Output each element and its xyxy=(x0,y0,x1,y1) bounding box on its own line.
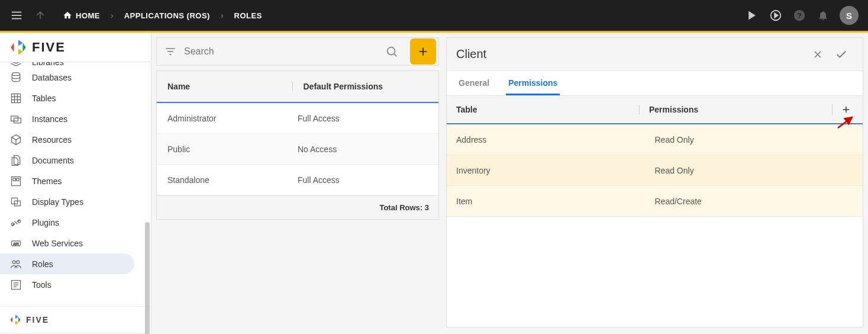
sidebar-item-web-services[interactable]: APIWeb Services xyxy=(0,233,134,253)
roles-panel: Name Default Permissions AdministratorFu… xyxy=(156,70,439,220)
svg-point-29 xyxy=(12,261,15,264)
breadcrumb-roles[interactable]: ROLES xyxy=(228,8,268,24)
svg-line-43 xyxy=(394,54,396,56)
add-permission-button[interactable] xyxy=(832,104,853,115)
add-role-button[interactable] xyxy=(410,38,436,65)
table-row[interactable]: AdministratorFull Access xyxy=(157,103,438,134)
sidebar-item-label: Resources xyxy=(32,135,72,144)
detail-title: Client xyxy=(456,47,486,61)
sidebar-footer: FIVE xyxy=(0,306,151,332)
bell-icon[interactable] xyxy=(811,4,835,27)
detail-header: Client xyxy=(447,38,863,71)
monitors-icon xyxy=(9,113,22,125)
sidebar-item-label: Documents xyxy=(32,156,74,165)
sidebar-item-tables[interactable]: Tables xyxy=(0,88,134,108)
svg-point-14 xyxy=(12,72,20,75)
svg-rect-15 xyxy=(12,94,21,102)
permissions-table-header: Table Permissions xyxy=(447,96,863,124)
svg-marker-9 xyxy=(18,40,23,46)
swatch-icon xyxy=(9,175,22,187)
sidebar-item-plugins[interactable]: Plugins xyxy=(0,212,134,233)
sidebar-item-resources[interactable]: Resources xyxy=(0,129,134,150)
permission-row[interactable]: AddressRead Only xyxy=(447,124,863,155)
sidebar-item-documents[interactable]: Documents xyxy=(0,150,134,171)
brand-logo-icon xyxy=(9,38,27,56)
search-icon[interactable] xyxy=(378,45,405,58)
api-icon: API xyxy=(9,237,22,249)
sidebar-item-tools[interactable]: Tools xyxy=(0,274,134,295)
sidebar-item-label: Tables xyxy=(32,94,56,103)
chevron-right-icon: › xyxy=(218,11,226,20)
svg-rect-23 xyxy=(13,178,15,181)
cell-table: Address xyxy=(456,135,655,144)
cell-perm: Full Access xyxy=(298,114,428,123)
sidebar-item-label: Web Services xyxy=(32,239,83,248)
svg-marker-35 xyxy=(15,314,18,319)
brand: FIVE xyxy=(0,33,151,62)
breadcrumb: HOME › APPLICATIONS (ROS) › ROLES xyxy=(57,7,268,24)
cell-name: Standalone xyxy=(167,175,298,185)
sidebar-item-themes[interactable]: Themes xyxy=(0,171,134,191)
grid-icon xyxy=(9,92,22,104)
plug-icon xyxy=(9,217,22,229)
tools-icon xyxy=(9,279,22,291)
topbar: HOME › APPLICATIONS (ROS) › ROLES ? S xyxy=(0,0,868,33)
search-input[interactable] xyxy=(184,46,378,57)
sidebar-item-label: Display Types xyxy=(32,197,83,207)
close-icon[interactable] xyxy=(806,49,830,60)
roles-footer: Total Rows: 3 xyxy=(157,195,438,219)
sidebar-item-roles[interactable]: Roles xyxy=(0,253,134,274)
cell-permission: Read Only xyxy=(655,166,854,175)
svg-rect-21 xyxy=(14,118,21,123)
cell-permission: Read Only xyxy=(655,135,854,144)
sidebar-nav[interactable]: LibrariesDatabasesTablesInstancesResourc… xyxy=(0,62,151,306)
cell-table: Item xyxy=(456,197,655,206)
detail-panel: Client General Permissions Table Permiss… xyxy=(446,37,863,327)
breadcrumb-home[interactable]: HOME xyxy=(57,7,106,24)
database-icon xyxy=(9,72,22,84)
detail-tabs: General Permissions xyxy=(447,71,863,96)
svg-marker-6 xyxy=(775,13,778,17)
sidebar-scrollbar[interactable] xyxy=(145,222,150,334)
svg-marker-37 xyxy=(15,320,18,325)
table-row[interactable]: StandaloneFull Access xyxy=(157,165,438,195)
sidebar-item-label: Tools xyxy=(32,280,51,290)
sidebar-item-instances[interactable]: Instances xyxy=(0,108,134,129)
deploy-icon[interactable] xyxy=(764,4,788,27)
permission-row[interactable]: ItemRead/Create xyxy=(447,186,863,217)
tab-general[interactable]: General xyxy=(456,72,492,95)
svg-marker-36 xyxy=(18,317,21,323)
sidebar: FIVE LibrariesDatabasesTablesInstancesRe… xyxy=(0,33,151,332)
tab-permissions[interactable]: Permissions xyxy=(506,72,560,95)
svg-marker-10 xyxy=(23,43,26,52)
col-default-permissions: Default Permissions xyxy=(292,82,428,91)
svg-marker-12 xyxy=(11,43,14,52)
sidebar-item-label: Libraries xyxy=(32,62,64,67)
cube-icon xyxy=(9,134,22,146)
cell-perm: No Access xyxy=(298,144,428,154)
roles-icon xyxy=(9,258,22,270)
filter-icon[interactable] xyxy=(157,46,184,57)
content: Name Default Permissions AdministratorFu… xyxy=(151,33,868,332)
breadcrumb-applications[interactable]: APPLICATIONS (ROS) xyxy=(118,8,216,24)
help-icon[interactable]: ? xyxy=(788,4,811,27)
svg-marker-11 xyxy=(18,49,23,55)
sidebar-item-libraries[interactable]: Libraries xyxy=(0,62,134,67)
svg-text:API: API xyxy=(13,242,19,245)
confirm-icon[interactable] xyxy=(830,48,853,61)
up-arrow-icon[interactable] xyxy=(28,4,52,27)
roles-table-header: Name Default Permissions xyxy=(157,71,438,103)
avatar[interactable]: S xyxy=(840,6,859,25)
play-icon[interactable] xyxy=(740,4,764,27)
table-row[interactable]: PublicNo Access xyxy=(157,134,438,165)
svg-text:?: ? xyxy=(797,11,802,20)
chevron-right-icon: › xyxy=(108,11,116,20)
cell-table: Inventory xyxy=(456,166,655,175)
brand-logo-small-icon xyxy=(9,314,21,326)
cell-perm: Full Access xyxy=(298,175,428,185)
sidebar-item-databases[interactable]: Databases xyxy=(0,67,134,88)
permission-row[interactable]: InventoryRead Only xyxy=(447,155,863,186)
sidebar-item-display-types[interactable]: Display Types xyxy=(0,191,134,212)
menu-icon[interactable] xyxy=(5,4,28,27)
sidebar-item-label: Plugins xyxy=(32,218,59,227)
